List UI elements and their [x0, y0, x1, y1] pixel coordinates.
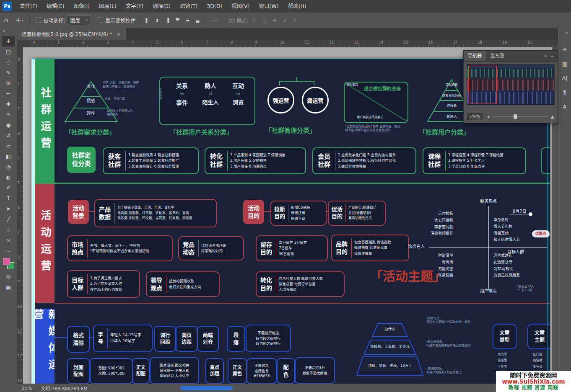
map-solid-box: 活动 背景 [68, 200, 89, 224]
menu-item-s[interactable]: 选择(S) [148, 0, 175, 13]
map-box: 留存 目的次日留存 3日留存 7日留存 30日留存 [256, 235, 328, 261]
3d-slide-icon[interactable]: ⇄ [280, 18, 289, 23]
paragraph-panel-icon[interactable]: ¶ [559, 87, 570, 98]
expand-panels-icon[interactable]: « [565, 28, 571, 41]
menu-item-e[interactable]: 编辑(E) [42, 0, 69, 13]
map-circle: 弱运营 [302, 87, 329, 113]
zoom-in-icon[interactable]: ▲ [551, 114, 554, 119]
navigator-zoom-slider[interactable] [492, 116, 548, 117]
histogram-tab[interactable]: 直方图 [486, 51, 508, 61]
menu-item-h[interactable]: 帮助(H) [283, 0, 311, 13]
color-swatches[interactable] [1, 258, 16, 271]
tools-panel-collapse-icon[interactable]: » [0, 28, 17, 34]
path-selection-tool[interactable]: ➤ [2, 204, 15, 214]
lasso-tool[interactable]: ◌ [2, 57, 15, 67]
3d-scale-icon[interactable]: ↕ [290, 18, 299, 23]
gradient-tool[interactable]: ◧ [2, 151, 15, 162]
blur-tool[interactable]: ◔ [2, 162, 15, 172]
options-bar: ⌂ ✛ ▾ 自动选择: 图层 ▾ 显示变换控件 ▌▮▐▀▬▄ ⋯ 3D 模式: … [0, 13, 571, 28]
status-menu-chevron[interactable]: › [93, 386, 95, 391]
tool-list: ✛▢◌✎⊞✒✚✑◉↺▱◧◔◐✐T➤╱☝⊙ [0, 36, 17, 245]
menu-item-l[interactable]: 图层(L) [94, 0, 121, 13]
navigator-tab[interactable]: 导航器 [464, 51, 486, 61]
pen-tool[interactable]: ✐ [2, 183, 15, 193]
foreground-color-swatch[interactable] [3, 258, 10, 265]
3d-drag-icon[interactable]: ✚ [270, 18, 279, 23]
map-solid-box: 社群定 位分类 [67, 147, 96, 173]
horizontal-scrollbar-thumb[interactable] [180, 386, 233, 390]
status-zoom-field[interactable]: 25% [22, 386, 32, 391]
auto-select-target-dropdown[interactable]: 图层 ▾ [67, 15, 91, 25]
map-box: 目标 人群1.为了满足用户需求 2.为了提升某类人群 在产品上的行为数据 [67, 270, 140, 298]
align-vertical-centers-icon[interactable]: ▬ [183, 18, 192, 23]
home-icon[interactable]: ⌂ [0, 16, 13, 24]
auto-select-checkbox[interactable] [36, 18, 41, 23]
menu-item-y[interactable]: 文字(Y) [121, 0, 148, 13]
show-transform-controls-checkbox[interactable] [98, 18, 103, 23]
document-tab[interactable]: 运营技能地图2.0.jpg @ 25%(CMYK/8) * × [17, 28, 126, 40]
adjustments-panel-icon[interactable]: ☀ [559, 44, 570, 55]
menu-bar: Ps 文件(F)编辑(E)图像(I)图层(L)文字(Y)选择(S)滤镜(T)3D… [0, 0, 571, 13]
edit-toolbar-icon[interactable]: ⋯ [2, 246, 15, 256]
map-label-box: 文章 类型 [493, 324, 516, 349]
hand-tool[interactable]: ☝ [2, 224, 15, 235]
zoom-tool[interactable]: ⊙ [2, 235, 15, 245]
more-options-icon[interactable]: ⋯ [208, 16, 222, 24]
eraser-tool[interactable]: ▱ [2, 141, 15, 151]
line-tool[interactable]: ╱ [2, 214, 15, 224]
map-text: 关系 [170, 82, 194, 90]
rectangular-marquee-tool[interactable]: ▢ [2, 46, 15, 57]
ruler-number: 9 [255, 41, 257, 44]
navigator-zoom-slider-thumb[interactable] [514, 114, 517, 119]
panel-collapse-icon[interactable]: » [544, 53, 547, 59]
vertical-ruler[interactable]: 012345678910111213 [17, 47, 23, 384]
menu-item-f[interactable]: 文件(F) [15, 0, 42, 13]
spot-healing-brush-tool[interactable]: ✚ [2, 99, 15, 109]
ruler-number: 19 [503, 41, 507, 44]
menu-item-d[interactable]: 3D(D) [202, 0, 227, 13]
crop-tool[interactable]: ⊞ [2, 78, 15, 88]
dodge-tool[interactable]: ◐ [2, 172, 15, 183]
navigator-zoom-field[interactable]: 25% [467, 113, 483, 120]
align-left-edges-icon[interactable]: ▌ [143, 18, 152, 23]
map-text: *当前的业务满足两个条件:复购率高、购买 频率高,利润率高的业务适合做社群 [345, 125, 400, 133]
clone-stamp-tool[interactable]: ◉ [2, 120, 15, 130]
horizontal-ruler[interactable]: 01234567891011121314151617181920 [17, 40, 558, 47]
panel-menu-icon[interactable]: ≡ [550, 53, 554, 59]
history-brush-tool[interactable]: ↺ [2, 130, 15, 141]
align-bottom-edges-icon[interactable]: ▄ [193, 18, 202, 23]
character-styles-panel-icon[interactable]: A [559, 101, 570, 112]
map-text: 加班、加薪、老板、10万+ [363, 364, 416, 368]
align-horizontal-centers-icon[interactable]: ▮ [153, 18, 162, 23]
tool-preset-icon[interactable]: ✛ ▾ [13, 17, 27, 23]
move-tool[interactable]: ✛ [2, 36, 15, 46]
map-text-box: 不要超过3种 颜色不要太鲜艳 [295, 357, 335, 384]
ruler-number: 12 [18, 354, 22, 358]
quick-selection-tool[interactable]: ✎ [2, 67, 15, 78]
eyedropper-tool[interactable]: ✒ [2, 88, 15, 99]
histogram-panel-icon[interactable]: ▥ [559, 58, 570, 69]
align-top-edges-icon[interactable]: ▀ [173, 18, 182, 23]
menu-item-i[interactable]: 图像(I) [69, 0, 94, 13]
map-text: 熟人 [197, 82, 224, 90]
align-right-edges-icon[interactable]: ▐ [163, 18, 172, 23]
brush-tool[interactable]: ✑ [2, 109, 15, 120]
menu-item-w[interactable]: 窗口(W) [254, 0, 283, 13]
horizontal-type-tool[interactable]: T [2, 193, 15, 204]
map-text: 「社群用户关系分类」 [170, 128, 233, 137]
screen-mode-icon[interactable]: ▣ [2, 282, 15, 293]
menu-item-v[interactable]: 视图(V) [227, 0, 254, 13]
zoom-out-icon[interactable]: ▲ [487, 115, 489, 118]
tab-close-icon[interactable]: × [116, 31, 121, 37]
navigator-thumbnail[interactable] [467, 64, 555, 105]
character-panel-icon[interactable]: A| [559, 72, 570, 83]
ruler-number: 10 [280, 41, 284, 44]
menu-item-t[interactable]: 滤镜(T) [175, 0, 202, 13]
navigator-view-box[interactable] [469, 66, 496, 103]
3d-rotate-icon[interactable]: ↻ [250, 18, 259, 23]
map-text-box: 图片清晰 图文相关 风格统一 不带水印 每屏可见 大小适中 [150, 357, 199, 384]
move-tool-icon: ✛ [16, 17, 21, 23]
chevron-down-icon: ▾ [22, 18, 23, 22]
3d-roll-icon[interactable]: ◯ [260, 18, 269, 23]
quick-mask-icon[interactable]: ◎ [2, 271, 15, 282]
